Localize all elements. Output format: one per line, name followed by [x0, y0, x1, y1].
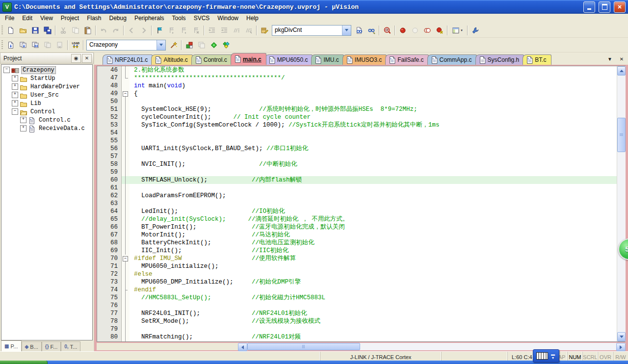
code-line-68[interactable]: 68 BatteryCheckInit(); //电池电压监测初始化: [97, 239, 617, 247]
menu-item-svcs[interactable]: SVCS: [190, 14, 214, 23]
code-text[interactable]: [130, 325, 617, 333]
code-line-79[interactable]: 79: [97, 325, 617, 333]
horizontal-scroll-track[interactable]: [247, 343, 616, 350]
code-text[interactable]: [130, 200, 617, 208]
tree-item-crazepony[interactable]: −Crazepony: [1, 66, 92, 74]
project-windows-button[interactable]: [195, 39, 208, 51]
code-line-56[interactable]: 56 UART1_init(SysClock,BT_BAUD_Set); //串…: [97, 145, 617, 153]
code-text[interactable]: #ifdef IMU_SW //使用软件解算: [130, 255, 617, 262]
paste-button[interactable]: [81, 25, 94, 36]
code-line-75[interactable]: 75 //HMC5883L_SetUp(); //初始化磁力计HMC5883L: [97, 294, 617, 302]
unindent-button[interactable]: [206, 25, 218, 36]
search-combobox[interactable]: pkgDivCnt: [272, 25, 351, 36]
code-line-51[interactable]: 51 SystemClock_HSE(9); //系统时钟初始化，时钟源外部晶振…: [97, 105, 617, 113]
code-text[interactable]: [130, 129, 617, 137]
tab-control-c[interactable]: Control.c: [191, 54, 232, 65]
find-button[interactable]: [353, 25, 365, 36]
configure-button[interactable]: [469, 25, 481, 36]
code-text[interactable]: [130, 302, 617, 310]
code-text[interactable]: LedInit(); //IO初始化: [130, 208, 617, 215]
tree-item-control-c[interactable]: +Control.c: [1, 116, 92, 124]
fold-collapse-icon[interactable]: [122, 255, 130, 262]
bookmark-next-button[interactable]: [165, 25, 178, 36]
tab-imuso3-c[interactable]: IMUSO3.c: [342, 54, 387, 65]
rebuild-button[interactable]: [29, 39, 41, 51]
tab-bt-c[interactable]: BT.c: [523, 54, 551, 65]
panel-tab-f[interactable]: {}F...: [42, 341, 61, 351]
translate-button[interactable]: [4, 39, 17, 51]
save-file-button[interactable]: [29, 25, 41, 36]
scroll-up-icon[interactable]: [617, 66, 626, 76]
code-line-54[interactable]: 54: [97, 129, 617, 137]
code-text[interactable]: #endif: [130, 286, 617, 294]
code-text[interactable]: NVIC_INIT(); //中断初始化: [130, 160, 617, 168]
vertical-scroll-thumb[interactable]: [617, 118, 626, 152]
code-line-50[interactable]: 50: [97, 98, 617, 105]
kill-all-breakpoints-button[interactable]: [433, 25, 445, 36]
disable-all-breakpoints-button[interactable]: [421, 25, 433, 36]
panel-tab-b[interactable]: ◈B...: [22, 341, 42, 351]
tab-altitude-c[interactable]: Altitude.c: [151, 54, 192, 65]
code-line-69[interactable]: 69 IIC_Init(); //IIC初始化: [97, 247, 617, 255]
code-line-47[interactable]: 47**************************************…: [97, 74, 617, 82]
browse-symbols-button[interactable]: [381, 25, 393, 36]
menu-item-window[interactable]: Window: [213, 14, 242, 23]
tab-main-c[interactable]: main.c: [231, 53, 266, 65]
code-text[interactable]: cycleCounterInit(); // Init cycle counte…: [130, 113, 617, 121]
find-in-files-button[interactable]: [258, 25, 270, 36]
collapse-icon[interactable]: −: [12, 108, 18, 115]
menu-item-project[interactable]: Project: [57, 14, 83, 23]
tab-mpu6050-c[interactable]: MPU6050.c: [265, 54, 313, 65]
code-text[interactable]: BatteryCheckInit(); //电池电压监测初始化: [130, 239, 617, 247]
expand-icon[interactable]: +: [12, 83, 18, 90]
code-text[interactable]: UART1_init(SysClock,BT_BAUD_Set); //串口1初…: [130, 145, 617, 153]
panel-tab-p[interactable]: ▦P...: [1, 340, 22, 351]
menu-item-help[interactable]: Help: [242, 14, 262, 23]
code-line-81[interactable]: 81: [97, 341, 617, 341]
pin-icon[interactable]: ◉: [71, 54, 81, 63]
code-line-49[interactable]: 49{: [97, 90, 617, 98]
code-text[interactable]: [130, 184, 617, 192]
insert-breakpoint-button[interactable]: [396, 25, 409, 36]
save-all-button[interactable]: [41, 25, 53, 36]
menu-item-file[interactable]: File: [1, 14, 18, 23]
code-area[interactable]: 462.初始化系统参数47***************************…: [97, 66, 617, 341]
code-line-77[interactable]: 77 NRF24L01_INIT(); //NRF24L01初始化: [97, 310, 617, 317]
dropdown-arrow-icon[interactable]: ▾: [461, 28, 463, 32]
software-packs-button[interactable]: [208, 39, 220, 51]
scroll-right-icon[interactable]: [616, 343, 626, 351]
pack-installer-button[interactable]: [220, 39, 232, 51]
panel-tab-t[interactable]: 0,T...: [61, 341, 80, 351]
search-dropdown-icon[interactable]: [342, 26, 351, 35]
code-text[interactable]: LoadParamsFromEEPROM();: [130, 192, 617, 200]
code-text[interactable]: 2.初始化系统参数: [130, 66, 617, 74]
code-line-48[interactable]: 48int main(void): [97, 82, 617, 90]
debug-windows-button[interactable]: ▾: [449, 25, 466, 36]
tree-item-hardwaredriver[interactable]: +HardWareDriver: [1, 82, 92, 91]
cut-button[interactable]: [57, 25, 69, 36]
code-text[interactable]: //HMC5883L_SetUp(); //初始化磁力计HMC5883L: [130, 294, 617, 302]
bookmark-prev-button[interactable]: [178, 25, 190, 36]
code-text[interactable]: {: [130, 90, 617, 98]
code-line-61[interactable]: 61: [97, 184, 617, 192]
close-button[interactable]: ✕: [614, 1, 626, 13]
code-line-52[interactable]: 52 cycleCounterInit(); // Init cycle cou…: [97, 113, 617, 121]
ime-language-bar[interactable]: ▬▾: [533, 349, 559, 363]
target-select[interactable]: Crazepony: [86, 40, 166, 51]
code-line-73[interactable]: 73 MPU6050_DMP_Initialize(); //初始化DMP引擎: [97, 278, 617, 286]
menu-item-debug[interactable]: Debug: [105, 14, 131, 23]
code-line-46[interactable]: 462.初始化系统参数: [97, 66, 617, 74]
code-text[interactable]: SysTick_Config(SystemCoreClock / 1000); …: [130, 121, 617, 129]
code-text[interactable]: int main(void): [130, 82, 617, 90]
tab-failsafe-c[interactable]: FailSafe.c: [385, 54, 428, 65]
vertical-scrollbar[interactable]: [617, 66, 626, 341]
expand-icon[interactable]: +: [20, 117, 26, 123]
tree-item-control[interactable]: −Control: [1, 107, 92, 116]
vertical-scroll-track[interactable]: [617, 76, 626, 332]
code-line-80[interactable]: 80 NRFmatching(); //NRF24L01对频: [97, 333, 617, 341]
tab-imu-c[interactable]: IMU.c: [311, 54, 343, 65]
target-dropdown-icon[interactable]: [157, 40, 165, 50]
nav-forward-button[interactable]: [137, 25, 150, 36]
code-text[interactable]: [130, 98, 617, 105]
indent-button[interactable]: [218, 25, 230, 36]
